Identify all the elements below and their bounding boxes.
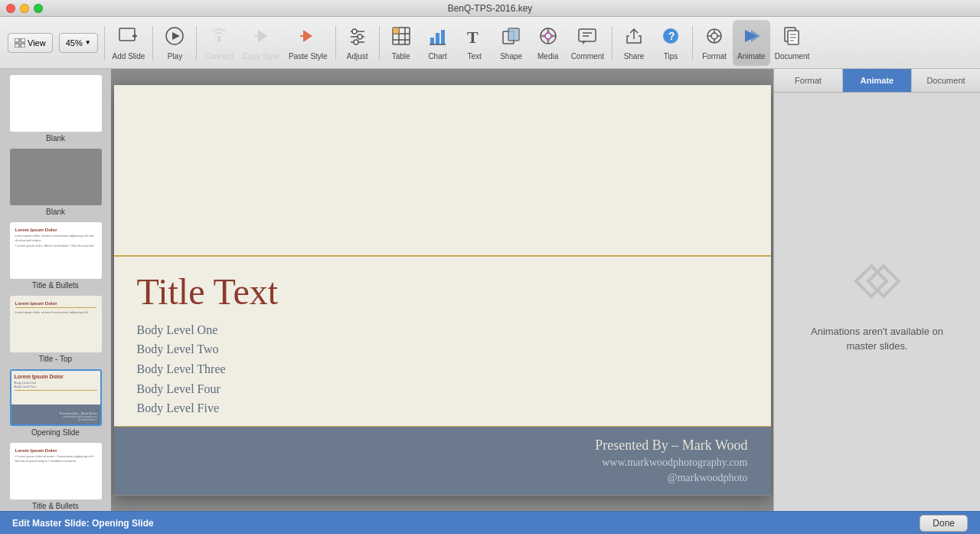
table-button[interactable]: Table [383, 20, 420, 66]
chart-icon [427, 25, 449, 50]
slide-thumbnail-3[interactable]: Lorem Ipsum Dolor Lorem ipsum dolor sit … [10, 222, 102, 279]
connect-icon [208, 25, 230, 50]
slide-thumb-4[interactable]: Lorem Ipsum Dolor Lorem ipsum dolor sit … [5, 296, 106, 363]
svg-rect-25 [436, 33, 439, 44]
connect-button[interactable]: Connect [200, 20, 237, 66]
slide-thumb-2[interactable]: Blank [5, 149, 106, 216]
view-button[interactable]: View [8, 33, 53, 53]
slide-thumbnail-6[interactable]: Lorem Ipsum Dolor • Lorem ipsum dolor si… [10, 443, 102, 500]
chart-button[interactable]: Chart [420, 20, 456, 66]
text-button[interactable]: T Text [456, 20, 493, 66]
adjust-label: Adjust [347, 52, 368, 61]
separator-6 [612, 26, 612, 60]
slide-label-3: Title & Bullets [32, 281, 79, 290]
svg-rect-1 [21, 38, 25, 42]
chart-label: Chart [428, 52, 446, 61]
document-button[interactable]: Document [770, 20, 815, 66]
tips-button[interactable]: ? Tips [652, 20, 689, 66]
separator-5 [379, 26, 380, 60]
title-bar: BenQ-TPS-2016.key [0, 0, 980, 17]
slide-body-3: Body Level Three [137, 359, 748, 379]
slide-thumbnail-1[interactable] [10, 75, 102, 132]
edit-label-text: Edit Master Slide: [12, 518, 90, 529]
slide-presenter: Presented By – Mark Wood [595, 437, 747, 454]
share-label: Share [624, 52, 645, 61]
tab-format[interactable]: Format [774, 69, 843, 92]
slide-body-items: Body Level One Body Level Two Body Level… [137, 320, 748, 418]
share-button[interactable]: Share [616, 20, 652, 66]
svg-point-49 [711, 33, 717, 39]
slide-body-5: Body Level Five [137, 398, 748, 418]
main-slide[interactable]: Title Text Body Level One Body Level Two… [114, 85, 771, 496]
animate-placeholder-icon [847, 251, 908, 312]
slide-body-4: Body Level Four [137, 379, 748, 399]
done-button[interactable]: Done [920, 515, 968, 532]
separator-4 [335, 26, 336, 60]
slide-title-text: Title Text [137, 270, 748, 313]
table-icon [390, 25, 412, 50]
svg-marker-62 [868, 266, 899, 296]
slide-top-background [114, 85, 771, 256]
svg-marker-8 [172, 32, 180, 40]
tab-animate[interactable]: Animate [843, 69, 912, 92]
view-control[interactable]: View [5, 20, 56, 66]
svg-text:T: T [467, 28, 479, 47]
zoom-button[interactable]: 45% ▼ [59, 33, 98, 53]
text-label: Text [467, 52, 481, 61]
play-button[interactable]: Play [156, 20, 193, 66]
animate-button[interactable]: Animate [733, 20, 770, 66]
slide-url: www.markwoodphotography.com [602, 457, 747, 469]
shape-icon [501, 25, 522, 50]
copy-style-button[interactable]: Copy Style [238, 20, 284, 66]
svg-point-38 [547, 38, 550, 41]
svg-rect-4 [119, 28, 135, 41]
svg-rect-0 [15, 38, 19, 42]
comment-button[interactable]: Comment [567, 20, 609, 66]
svg-point-39 [543, 34, 546, 38]
right-panel: Format Animate Document Animations aren'… [773, 69, 980, 511]
animate-message: Animations aren't available onmaster sli… [811, 324, 943, 354]
svg-point-40 [550, 34, 554, 38]
zoom-value: 45% [66, 38, 83, 48]
slides-panel: Blank Blank Lorem Ipsum Dolor Lorem ipsu… [0, 69, 111, 511]
zoom-control[interactable]: 45% ▼ [56, 33, 101, 53]
slide-thumbnail-4[interactable]: Lorem Ipsum Dolor Lorem ipsum dolor sit … [10, 296, 102, 352]
status-text: Edit Master Slide: Opening Slide [12, 518, 154, 529]
media-label: Media [537, 52, 558, 61]
slide-thumb-5[interactable]: Lorem Ipsum Dolor Body Level One Body Le… [5, 369, 106, 437]
add-slide-icon [118, 25, 139, 50]
slide-thumb-3[interactable]: Lorem Ipsum Dolor Lorem ipsum dolor sit … [5, 222, 106, 290]
slide-social: @markwoodphoto [668, 472, 748, 484]
slide-content: Title Text Body Level One Body Level Two… [114, 257, 771, 426]
table-label: Table [392, 52, 410, 61]
adjust-button[interactable]: Adjust [339, 20, 376, 66]
zoom-chevron: ▼ [85, 39, 91, 46]
document-label: Document [775, 52, 810, 61]
minimize-button[interactable] [20, 4, 29, 13]
slide-thumb-1[interactable]: Blank [5, 75, 106, 143]
svg-rect-2 [15, 44, 19, 48]
adjust-icon [347, 25, 368, 50]
svg-point-17 [354, 40, 358, 44]
text-icon: T [464, 25, 485, 50]
format-button[interactable]: Format [696, 20, 733, 66]
copy-style-icon [250, 25, 272, 50]
media-button[interactable]: Media [530, 20, 567, 66]
paste-style-button[interactable]: Paste Style [284, 20, 332, 66]
svg-rect-23 [393, 28, 399, 34]
close-button[interactable] [6, 4, 15, 13]
add-slide-button[interactable]: Add Slide [108, 20, 150, 66]
svg-rect-41 [579, 29, 596, 41]
slide-thumbnail-5[interactable]: Lorem Ipsum Dolor Body Level One Body Le… [10, 369, 102, 426]
slide-thumb-6[interactable]: Lorem Ipsum Dolor • Lorem ipsum dolor si… [5, 443, 106, 510]
svg-point-15 [358, 34, 362, 39]
comment-label: Comment [571, 52, 604, 61]
maximize-button[interactable] [34, 4, 43, 13]
slide-thumbnail-2[interactable] [10, 149, 102, 205]
shape-button[interactable]: Shape [493, 20, 530, 66]
format-icon [704, 25, 725, 50]
connect-label: Connect [204, 52, 233, 61]
animate-label: Animate [737, 52, 766, 61]
format-label: Format [702, 52, 727, 61]
tab-document[interactable]: Document [912, 69, 980, 92]
